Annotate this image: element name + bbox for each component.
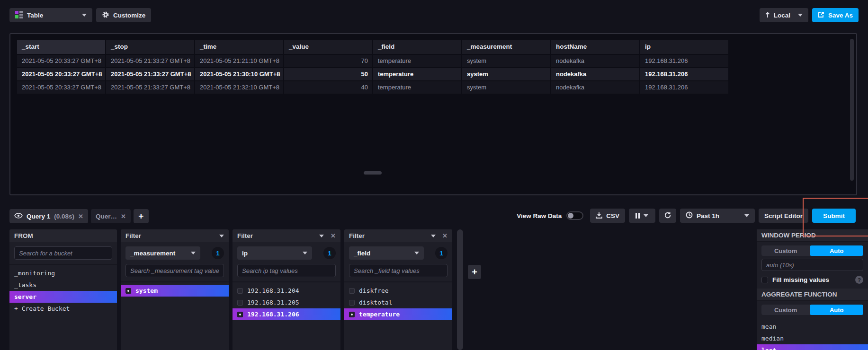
submit-button[interactable]: Submit [812, 209, 856, 223]
csv-download-button[interactable]: CSV [590, 209, 625, 223]
bucket-search-input[interactable] [14, 246, 112, 260]
cell-ip: 192.168.31.206 [640, 81, 729, 94]
tag-key-dropdown[interactable]: _measurement [125, 246, 200, 260]
cell-field: temperature [373, 81, 462, 94]
tag-key-dropdown[interactable]: ip [237, 246, 312, 260]
fill-missing-checkbox[interactable] [761, 277, 768, 283]
tag-value-label: 192.168.31.206 [247, 311, 299, 318]
tag-value-search-input[interactable] [125, 264, 224, 277]
refresh-button[interactable] [659, 209, 676, 223]
cell-value: 40 [284, 81, 373, 94]
checkbox-icon[interactable] [237, 300, 243, 306]
tag-value-item-selected[interactable]: temperature [344, 308, 452, 320]
checkbox-checked-icon[interactable] [237, 312, 243, 317]
annotation-line-horizontal-bottom [803, 236, 868, 236]
eye-icon [14, 212, 23, 220]
tag-value-search-input[interactable] [349, 264, 447, 277]
cell-hostname: nodekafka [551, 55, 640, 67]
tag-value-item[interactable]: 192.168.31.204 [233, 285, 340, 297]
tag-value-item[interactable]: diskfree [344, 285, 452, 297]
topbar-left: Table Customize [9, 8, 151, 22]
checkbox-checked-icon[interactable] [349, 312, 355, 317]
script-editor-button[interactable]: Script Editor [759, 209, 808, 223]
table-header-row: _start _stop _time _value _field _measur… [17, 40, 729, 55]
filter-card-header[interactable]: Filter [121, 229, 229, 242]
add-filter-button[interactable]: + [468, 265, 481, 279]
time-range-label: Past 1h [697, 212, 719, 219]
column-header[interactable]: hostName [551, 40, 640, 54]
tag-value-item-selected[interactable]: 192.168.31.206 [233, 308, 340, 320]
view-raw-data-toggle[interactable] [566, 211, 583, 220]
filter-card-header[interactable]: Filter ✕ [344, 229, 452, 242]
checkbox-icon[interactable] [349, 288, 355, 294]
window-period-mode-toggle[interactable]: Custom Auto [761, 245, 863, 256]
bucket-item[interactable]: _tasks [9, 279, 117, 291]
aggregate-mode-toggle[interactable]: Custom Auto [761, 305, 863, 315]
chevron-down-icon [744, 214, 749, 217]
filter-card-ip: Filter ✕ ip 1 192.168.31.204 192.168.31.… [233, 229, 340, 350]
table-row[interactable]: 2021-05-05 20:33:27 GMT+8 2021-05-05 21:… [17, 81, 729, 95]
tag-key-dropdown[interactable]: _field [349, 246, 424, 260]
help-icon[interactable]: ? [855, 276, 863, 284]
tag-value-item[interactable]: 192.168.31.205 [233, 297, 340, 308]
visualization-type-label: Table [27, 12, 43, 19]
function-item[interactable]: mean [757, 321, 868, 332]
scope-dropdown[interactable]: Local [760, 8, 808, 22]
filter-card-header[interactable]: Filter ✕ [233, 229, 340, 242]
column-header[interactable]: ip [640, 40, 729, 54]
table-horizontal-scrollbar[interactable] [364, 171, 382, 175]
close-icon[interactable]: ✕ [121, 213, 126, 220]
chevron-down-icon [303, 252, 307, 254]
auto-option-selected[interactable]: Auto [810, 305, 863, 315]
bucket-item[interactable]: _monitoring [9, 267, 117, 279]
tab-label: Quer… [96, 213, 117, 220]
cell-measurement: system [462, 81, 551, 94]
tag-value-item[interactable]: disktotal [344, 297, 452, 308]
cell-time: 2021-05-05 21:21:10 GMT+8 [195, 55, 284, 67]
pause-dropdown-button[interactable] [629, 209, 655, 223]
checkbox-icon[interactable] [349, 300, 355, 306]
tag-key-label: ip [242, 250, 248, 257]
custom-option[interactable]: Custom [761, 245, 810, 256]
visualization-type-dropdown[interactable]: Table [9, 8, 92, 22]
cell-value: 70 [284, 55, 373, 67]
scope-label: Local [774, 12, 790, 19]
tab-query-2[interactable]: Quer… ✕ [91, 209, 131, 223]
create-bucket-button[interactable]: + Create Bucket [9, 303, 117, 315]
close-icon[interactable]: ✕ [442, 232, 447, 239]
filter-title: Filter [125, 232, 141, 239]
cell-stop: 2021-05-05 21:33:27 GMT+8 [106, 55, 195, 67]
save-as-button[interactable]: Save As [812, 8, 859, 22]
query-options-sidebar: WINDOW PERIOD Custom Auto Fill missing v… [757, 229, 868, 350]
tag-value-item-selected[interactable]: system [121, 285, 229, 297]
customize-button[interactable]: Customize [96, 8, 151, 22]
checkbox-checked-icon[interactable] [125, 288, 131, 294]
add-query-button[interactable]: + [134, 209, 149, 223]
column-header[interactable]: _value [284, 40, 373, 54]
cell-field: temperature [373, 68, 462, 80]
auto-option-selected[interactable]: Auto [810, 245, 863, 256]
close-icon[interactable]: ✕ [331, 232, 336, 239]
function-item-selected[interactable]: last [757, 344, 868, 350]
column-header[interactable]: _stop [106, 40, 195, 54]
checkbox-icon[interactable] [237, 288, 243, 294]
column-header[interactable]: _measurement [462, 40, 551, 54]
tag-value-list: diskfree disktotal temperature [344, 281, 452, 320]
table-row-highlighted[interactable]: 2021-05-05 20:33:27 GMT+8 2021-05-05 21:… [17, 68, 729, 81]
custom-option[interactable]: Custom [761, 305, 810, 315]
table-vertical-scrollbar[interactable] [850, 39, 854, 181]
topbar-right: Local Save As [760, 8, 859, 22]
window-period-input[interactable] [761, 259, 863, 271]
close-icon[interactable]: ✕ [78, 213, 83, 220]
cell-time: 2021-05-05 21:30:10 GMT+8 [195, 68, 284, 80]
column-header[interactable]: _field [373, 40, 462, 54]
tab-query-1[interactable]: Query 1 (0.08s) ✕ [9, 209, 88, 223]
builder-scrollbar[interactable] [457, 229, 463, 350]
tag-value-search-input[interactable] [237, 264, 336, 277]
column-header[interactable]: _time [195, 40, 284, 54]
column-header[interactable]: _start [17, 40, 106, 54]
function-item[interactable]: median [757, 332, 868, 344]
time-range-dropdown[interactable]: Past 1h [680, 209, 755, 223]
bucket-item-selected[interactable]: server [9, 291, 117, 303]
table-row[interactable]: 2021-05-05 20:33:27 GMT+8 2021-05-05 21:… [17, 55, 729, 68]
